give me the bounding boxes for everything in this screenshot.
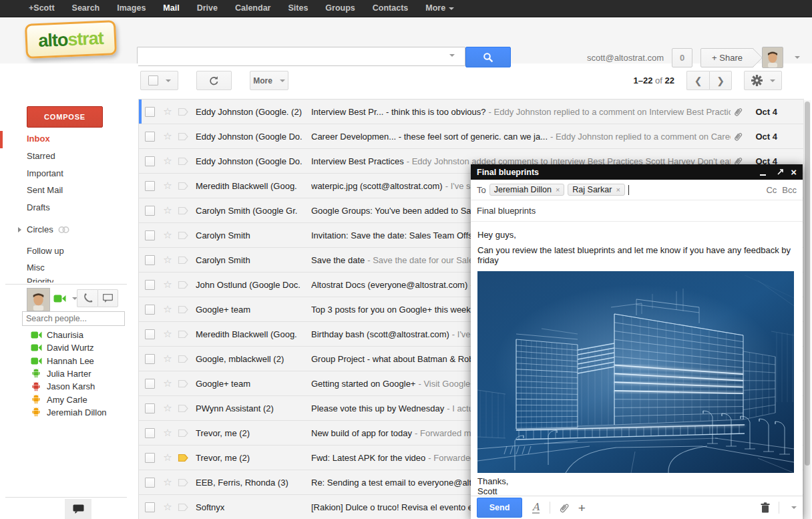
older-button[interactable]: ❯ <box>709 71 732 90</box>
expand-arrow-icon[interactable] <box>18 227 21 232</box>
row-checkbox[interactable] <box>145 403 155 413</box>
star-icon[interactable]: ☆ <box>161 303 174 315</box>
importance-marker[interactable] <box>178 132 191 141</box>
row-checkbox[interactable] <box>145 156 155 166</box>
row-checkbox[interactable] <box>145 379 155 389</box>
star-icon[interactable]: ☆ <box>161 204 174 216</box>
select-all-button[interactable] <box>140 71 178 90</box>
sidebar-item-sent-mail[interactable]: Sent Mail <box>27 185 63 195</box>
row-checkbox[interactable] <box>145 502 155 512</box>
row-checkbox[interactable] <box>145 428 155 438</box>
sidebar-item-circles[interactable]: Circles <box>27 224 69 234</box>
star-icon[interactable]: ☆ <box>161 328 174 340</box>
topbar-item-mail[interactable]: Mail <box>154 0 188 17</box>
search-button[interactable] <box>465 47 511 67</box>
contact-amy-carle[interactable]: Amy Carle <box>30 395 87 405</box>
topbar-item-groups[interactable]: Groups <box>317 0 363 17</box>
recipient-chip[interactable]: Jeremiah Dillon× <box>489 184 565 196</box>
star-icon[interactable]: ☆ <box>161 254 174 266</box>
notifications-button[interactable]: 0 <box>672 48 692 67</box>
send-button[interactable]: Send <box>477 498 522 518</box>
message-body[interactable]: Hey guys, Can you review the latest blue… <box>471 222 803 496</box>
sidebar-item-priority-clipped[interactable]: Priority <box>27 277 53 283</box>
compose-button[interactable]: COMPOSE <box>27 106 103 128</box>
email-row[interactable]: ☆Eddy Johnston (Google. (2)Interview Bes… <box>139 100 804 124</box>
row-checkbox[interactable] <box>145 132 155 142</box>
star-icon[interactable]: ☆ <box>161 402 174 414</box>
star-icon[interactable]: ☆ <box>161 452 174 464</box>
sidebar-item-misc[interactable]: Misc <box>27 263 45 273</box>
importance-marker[interactable] <box>178 157 191 166</box>
row-checkbox[interactable] <box>145 230 155 240</box>
row-checkbox[interactable] <box>145 206 155 216</box>
row-checkbox[interactable] <box>145 478 155 488</box>
row-checkbox[interactable] <box>145 453 155 463</box>
bcc-link[interactable]: Bcc <box>782 185 797 195</box>
sidebar-item-follow-up[interactable]: Follow up <box>27 246 64 256</box>
chat-button[interactable] <box>97 289 118 307</box>
email-row[interactable]: ☆Eddy Johnston (Google Do.Career Develop… <box>139 124 804 149</box>
topbar-item-more[interactable]: More <box>417 0 463 17</box>
cc-link[interactable]: Cc <box>766 185 777 195</box>
phone-call-button[interactable] <box>77 289 97 307</box>
more-options-caret-icon[interactable] <box>791 506 797 509</box>
importance-marker[interactable] <box>178 355 191 363</box>
importance-marker[interactable] <box>178 256 191 265</box>
row-checkbox[interactable] <box>145 255 155 265</box>
topbar-item-sites[interactable]: Sites <box>279 0 317 17</box>
recipients-row[interactable]: To Jeremiah Dillon×Raj Sarkar× Cc Bcc <box>471 180 803 200</box>
topbar-item--scott[interactable]: +Scott <box>20 0 63 17</box>
topbar-item-search[interactable]: Search <box>63 0 109 17</box>
importance-marker[interactable] <box>178 206 191 215</box>
topbar-item-calendar[interactable]: Calendar <box>226 0 280 17</box>
popout-icon[interactable] <box>777 168 784 176</box>
row-checkbox[interactable] <box>145 280 155 290</box>
star-icon[interactable]: ☆ <box>161 155 174 167</box>
row-checkbox[interactable] <box>145 107 155 117</box>
more-button[interactable]: More <box>250 71 288 90</box>
newer-button[interactable]: ❮ <box>686 71 709 90</box>
minimize-icon[interactable] <box>760 174 766 176</box>
remove-recipient-icon[interactable]: × <box>556 186 560 194</box>
row-checkbox[interactable] <box>145 329 155 339</box>
discard-draft-icon[interactable] <box>761 502 770 513</box>
star-icon[interactable]: ☆ <box>161 427 174 439</box>
row-checkbox[interactable] <box>145 181 155 191</box>
formatting-options-icon[interactable]: A <box>532 502 540 514</box>
insert-more-icon[interactable]: + <box>578 502 586 514</box>
importance-marker[interactable] <box>178 503 191 512</box>
refresh-button[interactable] <box>196 71 232 90</box>
sidebar-item-drafts[interactable]: Drafts <box>27 202 50 212</box>
importance-marker[interactable] <box>178 305 191 314</box>
account-caret-icon[interactable] <box>795 56 800 59</box>
settings-button[interactable] <box>744 71 782 90</box>
select-all-checkbox[interactable] <box>148 75 158 85</box>
star-icon[interactable]: ☆ <box>161 229 174 241</box>
importance-marker[interactable] <box>178 108 191 116</box>
compose-titlebar[interactable]: Final blueprints × <box>471 164 803 180</box>
importance-marker[interactable] <box>178 281 191 289</box>
star-icon[interactable]: ☆ <box>161 476 174 488</box>
star-icon[interactable]: ☆ <box>161 353 174 365</box>
contact-jason-karsh[interactable]: Jason Karsh <box>30 381 95 391</box>
search-options-caret-icon[interactable] <box>449 54 455 57</box>
scrollbar-thumb[interactable] <box>805 102 810 466</box>
sidebar-item-starred[interactable]: Starred <box>27 151 55 161</box>
star-icon[interactable]: ☆ <box>161 106 174 118</box>
row-checkbox[interactable] <box>145 305 155 315</box>
attach-file-icon[interactable] <box>558 501 571 515</box>
contact-david-wurtz[interactable]: David Wurtz <box>30 343 94 353</box>
close-icon[interactable]: × <box>791 167 797 177</box>
importance-marker[interactable] <box>178 330 191 339</box>
star-icon[interactable]: ☆ <box>161 279 174 291</box>
importance-marker[interactable] <box>178 379 191 388</box>
topbar-item-drive[interactable]: Drive <box>188 0 226 17</box>
share-button[interactable]: + Share <box>700 48 754 67</box>
star-icon[interactable]: ☆ <box>161 180 174 192</box>
chat-avatar[interactable] <box>27 288 50 311</box>
avatar[interactable] <box>762 47 783 68</box>
list-scrollbar[interactable] <box>803 100 811 519</box>
contact-hannah-lee[interactable]: Hannah Lee <box>30 356 94 366</box>
importance-marker[interactable] <box>178 478 191 487</box>
remove-recipient-icon[interactable]: × <box>616 186 620 194</box>
